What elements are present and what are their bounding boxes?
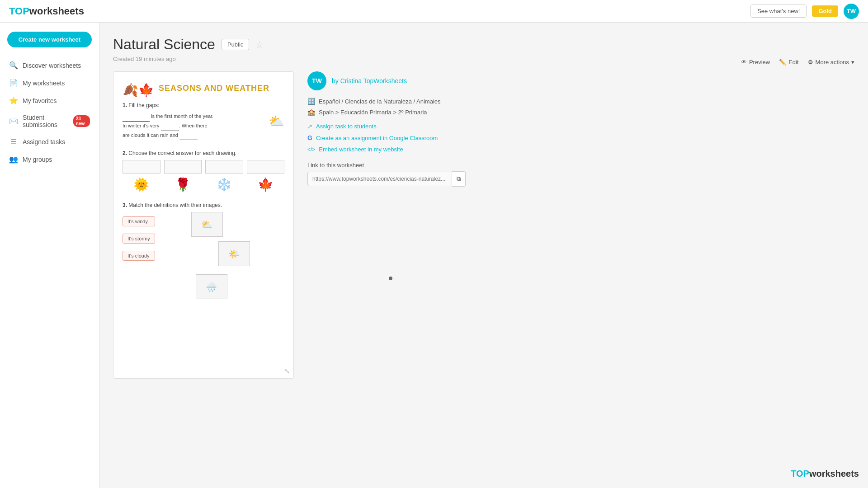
embed-icon: </> — [307, 146, 315, 153]
ws-question-2: 2. Choose the correct answer for each dr… — [123, 150, 284, 156]
sidebar-item-my-favorites[interactable]: ⭐ My favorites — [0, 92, 99, 109]
sidebar-item-label: Assigned tasks — [23, 138, 65, 145]
ws-header: 🍂🍁 SEASONS AND WEATHER — [123, 81, 284, 98]
subject-text: Español / Ciencias de la Naturaleza / An… — [319, 98, 441, 105]
avatar[interactable]: TW — [844, 4, 859, 19]
embed-link[interactable]: </> Embed worksheet in my website — [307, 146, 854, 153]
worksheets-icon: 📄 — [9, 79, 18, 87]
submissions-icon: ✉️ — [9, 117, 18, 126]
sidebar-item-assigned-tasks[interactable]: ☰ Assigned tasks — [0, 133, 99, 150]
sun-emoji: 🌞 — [133, 177, 149, 192]
google-icon: G — [307, 134, 312, 141]
sidebar-item-label: Student submissions — [23, 114, 67, 128]
sidebar-item-my-groups[interactable]: 👥 My groups — [0, 150, 99, 168]
sidebar-item-label: Discover worksheets — [23, 62, 81, 69]
snowflake-emoji: ❄️ — [216, 177, 232, 192]
assign-task-link[interactable]: ↗ Assign task to students — [307, 123, 854, 130]
ws-blank-2 — [161, 122, 179, 131]
rose-emoji: 🌹 — [175, 177, 191, 192]
main-content: 👁 Preview ✏️ Edit ⚙ More actions ▾ Natur… — [99, 23, 868, 392]
discover-icon: 🔍 — [9, 61, 18, 70]
ws-section-3: 3. Match the definitions with their imag… — [123, 202, 284, 299]
new-badge: 23 new — [73, 115, 90, 127]
ws-section-1: 1. Fill the gaps: is the first month of … — [123, 102, 284, 140]
chevron-down-icon: ▾ — [851, 59, 854, 66]
preview-icon: 👁 — [741, 59, 747, 66]
sidebar-item-label: My worksheets — [23, 80, 65, 87]
ws-match-img-1: ⛅ — [191, 212, 223, 237]
preview-label: Preview — [749, 59, 770, 66]
google-label: Create as an assignment in Google Classr… — [316, 135, 438, 141]
ws-answer-box-1 — [123, 160, 160, 174]
leaves-decoration: 🍂🍁 — [123, 83, 154, 98]
more-actions[interactable]: ⚙ More actions ▾ — [808, 59, 854, 66]
expand-icon[interactable]: ⤡ — [284, 367, 290, 375]
ws-question-1: 1. Fill the gaps: — [123, 102, 264, 108]
ws-answer-box-2 — [164, 160, 202, 174]
ws-fill-text: is the first month of the year. In winte… — [123, 112, 264, 140]
worksheet-preview: 🍂🍁 SEASONS AND WEATHER 1. Fill the gaps: — [113, 71, 294, 379]
ws-answer-box-4 — [247, 160, 285, 174]
location-text: Spain > Educación Primaria > 2º Primaria — [319, 109, 427, 116]
see-whats-new-button[interactable]: See what's new! — [750, 5, 807, 18]
sidebar-item-label: My favorites — [23, 97, 57, 104]
info-panel: TW by Cristina TopWorksheets 🔡 Español /… — [307, 71, 854, 379]
header-right: See what's new! Gold TW — [750, 4, 859, 19]
ws-section-2: 2. Choose the correct answer for each dr… — [123, 150, 284, 192]
page-title-area: Natural Science Public ☆ — [113, 36, 854, 53]
create-worksheet-button[interactable]: Create new worksheet — [7, 32, 92, 47]
ws-question-3: 3. Match the definitions with their imag… — [123, 202, 284, 208]
content-area: 🍂🍁 SEASONS AND WEATHER 1. Fill the gaps: — [113, 71, 854, 379]
link-input-row: ⧉ — [307, 171, 854, 187]
sidebar-item-label: My groups — [23, 156, 52, 163]
assigned-tasks-icon: ☰ — [9, 137, 18, 146]
sidebar-item-discover[interactable]: 🔍 Discover worksheets — [0, 56, 99, 74]
ws-choose-grid — [123, 160, 284, 174]
ws-blank-3 — [179, 131, 198, 141]
ws-blank-1 — [123, 112, 150, 122]
meta-location: 🏫 Spain > Educación Primaria > 2º Primar… — [307, 108, 854, 116]
ws-label-cloudy: It's cloudy — [123, 251, 155, 261]
ws-emoji-row: 🌞 🌹 ❄️ 🍁 — [123, 177, 284, 192]
meta-subject: 🔡 Español / Ciencias de la Naturaleza / … — [307, 98, 854, 105]
edit-icon: ✏️ — [779, 59, 786, 66]
ws-match-img-2: 🌤️ — [218, 241, 250, 266]
copy-button[interactable]: ⧉ — [452, 171, 466, 187]
author-name: by Cristina TopWorksheets — [332, 77, 407, 84]
sidebar-item-my-worksheets[interactable]: 📄 My worksheets — [0, 74, 99, 92]
ws-match-img-3: 🌧️ — [196, 274, 227, 299]
subject-icon: 🔡 — [307, 98, 315, 105]
groups-icon: 👥 — [9, 155, 18, 164]
assign-label: Assign task to students — [316, 123, 377, 130]
ws-label-windy: It's windy — [123, 216, 155, 226]
assign-icon: ↗ — [307, 123, 312, 130]
edit-action[interactable]: ✏️ Edit — [779, 59, 798, 66]
link-label: Link to this worksheet — [307, 162, 854, 169]
school-icon: 🏫 — [307, 108, 315, 116]
ws-match-area: It's windy It's stormy It's cloudy ⛅ 🌤️ … — [123, 212, 284, 299]
ws-section-1-row: 1. Fill the gaps: is the first month of … — [123, 102, 284, 140]
info-actions: ↗ Assign task to students G Create as an… — [307, 123, 854, 153]
action-bar: 👁 Preview ✏️ Edit ⚙ More actions ▾ — [741, 59, 854, 66]
logo-bottom: worksheets — [29, 5, 84, 17]
link-section: Link to this worksheet ⧉ — [307, 162, 854, 187]
google-classroom-link[interactable]: G Create as an assignment in Google Clas… — [307, 134, 854, 141]
embed-label: Embed worksheet in my website — [319, 146, 403, 153]
header: TOPworksheets See what's new! Gold TW — [0, 0, 868, 23]
logo-top: TOP — [9, 5, 29, 17]
ws-title: SEASONS AND WEATHER — [159, 84, 269, 93]
favorites-icon: ⭐ — [9, 96, 18, 105]
more-actions-label: More actions — [816, 59, 849, 66]
public-badge: Public — [222, 39, 249, 50]
sidebar-item-student-submissions[interactable]: ✉️ Student submissions 23 new — [0, 109, 99, 133]
ws-answer-box-3 — [205, 160, 243, 174]
link-input[interactable] — [307, 172, 452, 186]
sidebar: Create new worksheet 🔍 Discover workshee… — [0, 23, 99, 392]
maple-leaf-emoji: 🍁 — [258, 177, 274, 192]
layout: Create new worksheet 🔍 Discover workshee… — [0, 23, 868, 392]
gear-icon: ⚙ — [808, 59, 813, 66]
preview-action[interactable]: 👁 Preview — [741, 59, 770, 66]
ws-label-stormy: It's stormy — [123, 234, 155, 244]
author-row: TW by Cristina TopWorksheets — [307, 71, 854, 90]
star-icon[interactable]: ☆ — [255, 39, 264, 50]
